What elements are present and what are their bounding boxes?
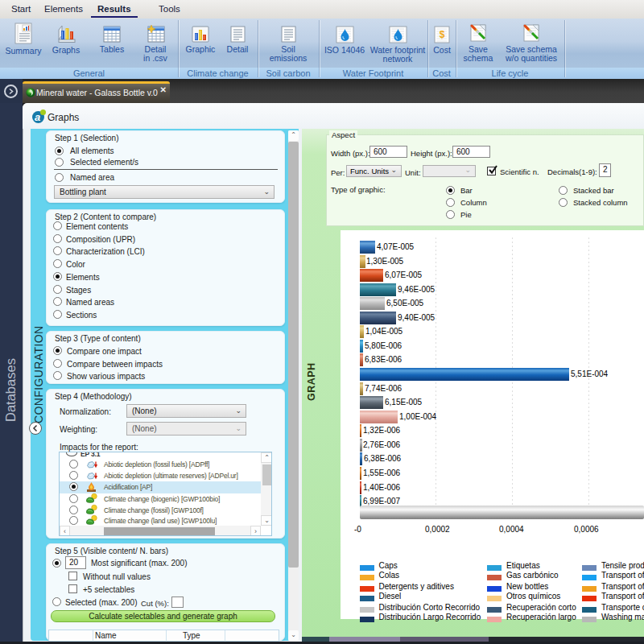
svg-text:$: $ — [440, 29, 445, 40]
